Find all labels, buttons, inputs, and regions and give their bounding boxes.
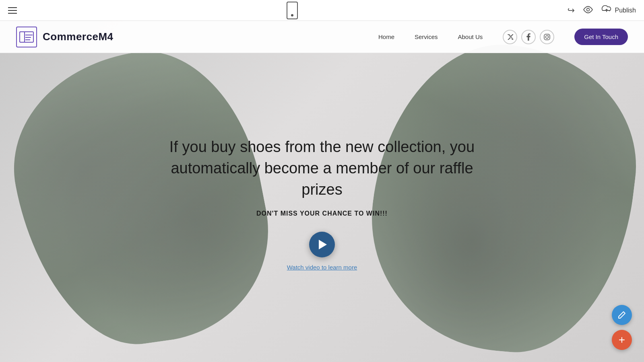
watch-video-link[interactable]: Watch video to learn more [169,264,475,271]
fab-edit-button[interactable] [612,305,632,325]
toolbar-center [287,2,298,19]
svg-point-7 [546,35,549,38]
social-icons [503,30,554,44]
svg-rect-2 [20,32,25,42]
nav-area: Home Services About Us [378,29,628,45]
publish-button[interactable]: Publish [601,5,636,15]
toolbar: ↩ Publish [0,0,644,21]
logo-icon [16,27,37,47]
play-video-button[interactable] [309,232,335,257]
facebook-icon[interactable] [521,30,536,44]
svg-point-0 [586,8,589,11]
logo-area: CommerceM4 [16,27,114,47]
nav-links: Home Services About Us [378,33,483,40]
svg-point-8 [548,35,549,36]
site-title: CommerceM4 [43,31,114,43]
instagram-icon[interactable] [540,30,554,44]
undo-icon[interactable]: ↩ [568,5,575,16]
plus-icon: + [619,333,625,346]
twitter-icon[interactable] [503,30,517,44]
site-header: CommerceM4 Home Services About Us [0,21,644,53]
toolbar-left [8,7,17,14]
fab-add-button[interactable]: + [612,330,632,350]
fab-container: + [612,305,632,350]
nav-services[interactable]: Services [415,33,438,40]
cloud-upload-icon [601,5,612,15]
nav-about-us[interactable]: About Us [458,33,483,40]
preview-icon[interactable] [583,5,593,16]
hamburger-menu-icon[interactable] [8,7,17,14]
hero-headline: If you buy shoes from the new collection… [169,136,475,201]
hero-content: If you buy shoes from the new collection… [169,136,475,271]
nav-home[interactable]: Home [378,33,394,40]
svg-rect-6 [544,34,550,40]
hero-section: CommerceM4 Home Services About Us [0,21,644,362]
toolbar-right: ↩ Publish [568,5,636,16]
page-wrapper: CommerceM4 Home Services About Us [0,21,644,362]
play-icon [319,240,327,249]
mobile-preview-button[interactable] [287,2,298,19]
get-in-touch-button[interactable]: Get In Touch [574,29,628,45]
hero-subheadline: DON'T MISS YOUR CHANCE TO WIN!!! [169,210,475,217]
publish-label: Publish [615,7,636,14]
